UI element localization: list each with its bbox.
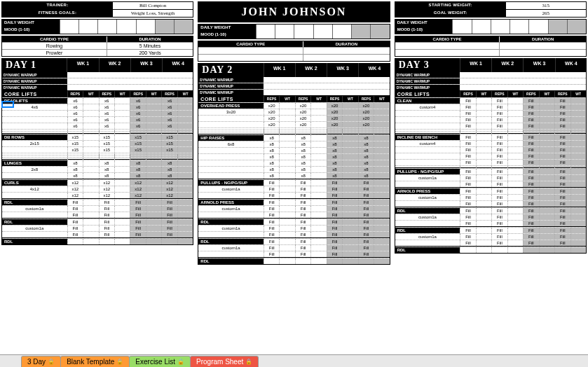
reps-cell[interactable] [460, 247, 475, 253]
wt-cell[interactable] [177, 134, 193, 140]
wt-cell[interactable] [539, 228, 554, 233]
wt-cell[interactable] [539, 188, 554, 194]
reps-cell[interactable]: x15 [99, 134, 114, 140]
reps-cell[interactable]: x20 [295, 103, 310, 109]
reps-cell[interactable]: Fill [491, 228, 507, 233]
wt-cell[interactable] [177, 239, 193, 244]
reps-cell[interactable]: Fill [523, 208, 538, 214]
wt-cell[interactable] [114, 134, 130, 140]
wt-cell[interactable] [507, 98, 523, 104]
wt-cell[interactable] [539, 98, 554, 104]
wt-cell[interactable] [279, 200, 294, 205]
exercise-scheme[interactable]: custom1a [395, 175, 460, 181]
goal-weight-value[interactable]: 265 [506, 10, 586, 17]
wt-cell[interactable] [279, 103, 294, 109]
wt-cell[interactable] [374, 258, 389, 264]
reps-cell[interactable]: x6 [99, 98, 114, 104]
reps-cell[interactable]: Fill [491, 208, 507, 214]
reps-cell[interactable] [358, 258, 374, 264]
wt-cell[interactable] [114, 160, 130, 166]
reps-cell[interactable]: Fill [130, 219, 145, 225]
reps-cell[interactable]: x20 [358, 103, 374, 109]
reps-cell[interactable]: Fill [460, 228, 475, 233]
sheet-tab[interactable]: Blank Template🔒 [60, 356, 130, 367]
wt-cell[interactable] [507, 247, 523, 253]
wt-cell[interactable] [146, 180, 161, 186]
reps-cell[interactable]: Fill [554, 169, 570, 174]
wt-cell[interactable] [570, 188, 586, 194]
wt-cell[interactable] [342, 258, 357, 264]
reps-cell[interactable]: Fill [99, 219, 114, 225]
reps-cell[interactable]: x15 [67, 134, 83, 140]
wt-cell[interactable] [114, 180, 130, 186]
reps-cell[interactable]: Fill [554, 134, 570, 140]
wt-cell[interactable] [570, 169, 586, 174]
reps-cell[interactable]: x8 [264, 135, 279, 141]
reps-cell[interactable] [130, 239, 145, 244]
reps-cell[interactable]: x8 [327, 135, 342, 141]
wt-cell[interactable] [177, 200, 193, 205]
wt-cell[interactable] [146, 239, 161, 244]
wt-cell[interactable] [83, 160, 98, 166]
wt-cell[interactable] [83, 180, 98, 186]
exercise-scheme[interactable]: custom1a [395, 214, 460, 220]
reps-cell[interactable] [491, 247, 507, 253]
wt-cell[interactable] [177, 160, 193, 166]
reps-cell[interactable]: Fill [358, 180, 374, 186]
reps-cell[interactable]: Fill [523, 228, 538, 233]
reps-cell[interactable]: x8 [99, 160, 114, 166]
reps-cell[interactable] [264, 258, 279, 264]
reps-cell[interactable]: Fill [99, 200, 114, 205]
wt-cell[interactable] [114, 239, 130, 244]
wt-cell[interactable] [83, 219, 98, 225]
reps-cell[interactable]: x20 [327, 103, 342, 109]
wt-cell[interactable] [570, 228, 586, 233]
wt-cell[interactable] [374, 180, 389, 186]
wt-cell[interactable] [570, 247, 586, 253]
wt-cell[interactable] [279, 219, 294, 225]
reps-cell[interactable]: Fill [554, 188, 570, 194]
reps-cell[interactable]: Fill [491, 169, 507, 174]
reps-cell[interactable]: x8 [130, 160, 145, 166]
exercise-scheme[interactable]: 6x8 [198, 141, 264, 147]
reps-cell[interactable]: x12 [67, 180, 83, 186]
wt-cell[interactable] [374, 239, 389, 244]
exercise-scheme[interactable]: custom1a [198, 186, 264, 192]
reps-cell[interactable] [161, 239, 177, 244]
exercise-scheme[interactable]: custom1a [198, 226, 264, 231]
trainer-value[interactable]: Bill Compton [113, 2, 193, 9]
reps-cell[interactable]: Fill [295, 180, 310, 186]
wt-cell[interactable] [342, 200, 357, 205]
wt-cell[interactable] [476, 228, 491, 233]
reps-cell[interactable]: x8 [358, 135, 374, 141]
reps-cell[interactable]: Fill [264, 200, 279, 205]
wt-cell[interactable] [279, 135, 294, 141]
reps-cell[interactable] [99, 239, 114, 244]
wt-cell[interactable] [507, 134, 523, 140]
reps-cell[interactable]: Fill [161, 219, 177, 225]
wt-cell[interactable] [342, 239, 357, 244]
wt-cell[interactable] [374, 200, 389, 205]
reps-cell[interactable]: Fill [554, 228, 570, 233]
reps-cell[interactable]: Fill [523, 98, 538, 104]
wt-cell[interactable] [342, 180, 357, 186]
goals-value[interactable]: Weight Loss, Strength [113, 10, 193, 17]
wt-cell[interactable] [83, 134, 98, 140]
reps-cell[interactable]: Fill [460, 188, 475, 194]
reps-cell[interactable]: Fill [554, 208, 570, 214]
wt-cell[interactable] [570, 134, 586, 140]
wt-cell[interactable] [146, 160, 161, 166]
exercise-scheme[interactable]: custom4 [395, 104, 460, 110]
reps-cell[interactable]: x20 [264, 103, 279, 109]
exercise-scheme[interactable]: custom1a [395, 234, 460, 240]
wt-cell[interactable] [177, 219, 193, 225]
reps-cell[interactable]: Fill [358, 219, 374, 225]
reps-cell[interactable]: Fill [491, 98, 507, 104]
exercise-scheme[interactable]: 2x15 [2, 141, 67, 146]
wt-cell[interactable] [342, 103, 357, 109]
reps-cell[interactable]: Fill [523, 188, 538, 194]
wt-cell[interactable] [374, 135, 389, 141]
reps-cell[interactable] [327, 258, 342, 264]
reps-cell[interactable] [523, 247, 538, 253]
reps-cell[interactable] [67, 239, 83, 244]
